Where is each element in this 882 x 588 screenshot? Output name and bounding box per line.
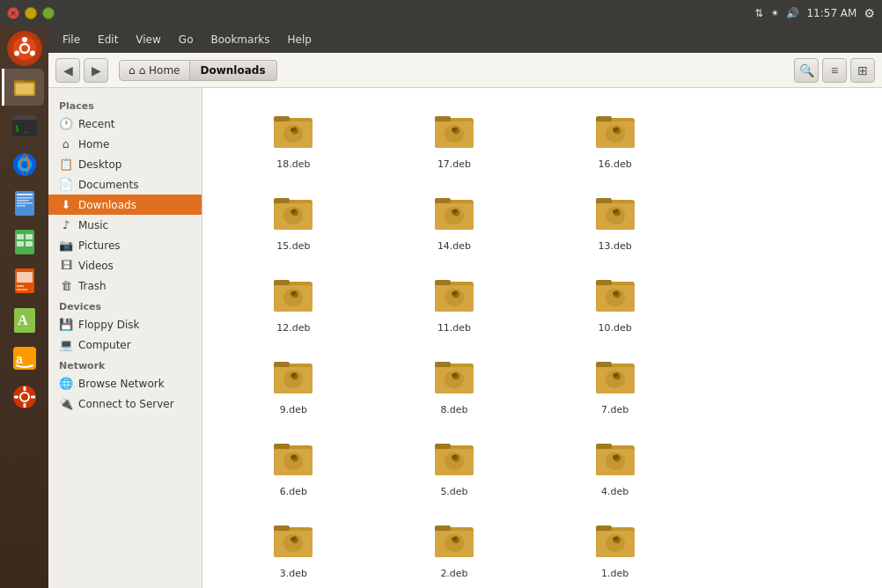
- places-section-header: Places: [48, 95, 202, 114]
- sidebar-item-pictures[interactable]: 📷 Pictures: [48, 235, 202, 255]
- dock-calc-button[interactable]: [6, 224, 43, 261]
- sidebar-item-videos[interactable]: 🎞 Videos: [48, 255, 202, 276]
- sidebar-item-home[interactable]: ⌂ Home: [48, 134, 202, 154]
- files-grid: 18.deb 17.deb: [217, 102, 692, 586]
- sidebar-item-music[interactable]: ♪ Music: [48, 215, 202, 235]
- desktop-icon: 📋: [59, 158, 73, 171]
- file-label: 9.deb: [280, 404, 307, 415]
- file-item-7deb[interactable]: 7.deb: [538, 348, 692, 423]
- sidebar-item-trash[interactable]: 🗑 Trash: [48, 276, 202, 296]
- file-item-4deb[interactable]: 4.deb: [538, 430, 692, 504]
- dock-fontviewer-button[interactable]: A: [6, 301, 43, 338]
- breadcrumb-home-label: ⌂ Home: [139, 64, 180, 77]
- svg-rect-23: [17, 234, 24, 239]
- window-close-button[interactable]: ×: [7, 7, 19, 19]
- breadcrumb-home-button[interactable]: ⌂ ⌂ Home: [119, 60, 190, 81]
- menu-file[interactable]: File: [55, 32, 87, 48]
- menu-edit[interactable]: Edit: [91, 32, 125, 48]
- svg-rect-20: [17, 202, 33, 204]
- file-item-13deb[interactable]: 13.deb: [538, 184, 692, 259]
- file-item-6deb[interactable]: 6.deb: [217, 430, 371, 504]
- dock-terminal-button[interactable]: $ _: [6, 107, 43, 144]
- menu-go[interactable]: Go: [172, 32, 201, 48]
- svg-rect-94: [596, 526, 612, 531]
- file-item-16deb[interactable]: 16.deb: [538, 102, 692, 177]
- sidebar-item-browse-network-label: Browse Network: [78, 378, 165, 390]
- file-label: 12.deb: [276, 322, 310, 334]
- grid-view-button[interactable]: ⊞: [850, 58, 875, 83]
- deb-file-icon: [431, 437, 477, 482]
- file-label: 4.deb: [601, 486, 628, 497]
- sidebar-item-floppy[interactable]: 💾 Floppy Disk: [48, 314, 202, 334]
- file-item-10deb[interactable]: 10.deb: [538, 266, 692, 341]
- deb-file-icon: [431, 355, 477, 401]
- amazon-icon: a: [11, 344, 39, 372]
- deb-file-icon: [431, 191, 477, 237]
- downloads-icon: ⬇: [59, 198, 73, 211]
- svg-rect-85: [596, 444, 612, 449]
- sidebar-item-documents[interactable]: 📄 Documents: [48, 174, 202, 195]
- calc-icon: [11, 228, 39, 256]
- list-view-button[interactable]: ≡: [822, 58, 847, 83]
- sidebar-item-desktop[interactable]: 📋 Desktop: [48, 154, 202, 174]
- firefox-icon: [11, 151, 39, 179]
- file-item-9deb[interactable]: 9.deb: [217, 348, 371, 423]
- dock-ubuntu-button[interactable]: [6, 30, 43, 67]
- file-item-17deb[interactable]: 17.deb: [378, 102, 532, 177]
- sidebar-item-recent[interactable]: 🕐 Recent: [48, 114, 202, 134]
- network-section-header: Network: [48, 355, 202, 373]
- svg-rect-37: [23, 386, 26, 391]
- computer-icon: 💻: [59, 338, 73, 351]
- window-maximize-button[interactable]: [42, 7, 55, 19]
- svg-rect-88: [274, 526, 290, 531]
- svg-rect-8: [16, 84, 33, 94]
- svg-rect-17: [17, 194, 33, 195]
- file-item-12deb[interactable]: 12.deb: [217, 266, 371, 341]
- deb-file-icon: [592, 518, 638, 564]
- sidebar-item-connect-server[interactable]: 🔌 Connect to Server: [48, 393, 202, 414]
- file-item-8deb[interactable]: 8.deb: [378, 348, 532, 423]
- sidebar-item-computer[interactable]: 💻 Computer: [48, 334, 202, 355]
- file-manager: File Edit View Go Bookmarks Help ◀ ▶ ⌂ ⌂…: [48, 26, 882, 588]
- svg-rect-70: [274, 362, 290, 367]
- dock-firefox-button[interactable]: [6, 146, 43, 183]
- files-area: 18.deb 17.deb: [202, 88, 882, 588]
- window-minimize-button[interactable]: [25, 7, 37, 19]
- deb-file-icon: [592, 109, 638, 155]
- file-item-3deb[interactable]: 3.deb: [217, 511, 371, 586]
- app-window: $ _: [0, 26, 882, 588]
- pictures-icon: 📷: [59, 239, 73, 252]
- breadcrumb: ⌂ ⌂ Home Downloads: [119, 60, 783, 81]
- deb-file-icon: [270, 355, 316, 401]
- dock-impress-button[interactable]: [6, 262, 43, 299]
- content-area: Places 🕐 Recent ⌂ Home 📋 Desktop 📄 Docum…: [48, 88, 882, 588]
- back-button[interactable]: ◀: [55, 58, 80, 83]
- deb-file-icon: [270, 191, 316, 237]
- file-item-14deb[interactable]: 14.deb: [378, 184, 532, 259]
- menu-bookmarks[interactable]: Bookmarks: [203, 32, 276, 48]
- sort-icon: ⇅: [754, 7, 763, 19]
- dock-files-button[interactable]: [2, 69, 44, 106]
- dock-writer-button[interactable]: [6, 185, 43, 222]
- sidebar-item-downloads[interactable]: ⬇ Downloads: [48, 195, 202, 215]
- forward-button[interactable]: ▶: [84, 58, 108, 83]
- menu-view[interactable]: View: [129, 32, 167, 48]
- search-button[interactable]: 🔍: [794, 58, 819, 83]
- file-item-2deb[interactable]: 2.deb: [378, 511, 532, 586]
- volume-icon: 🔊: [786, 7, 799, 19]
- svg-rect-61: [274, 280, 290, 285]
- file-item-18deb[interactable]: 18.deb: [217, 102, 371, 177]
- file-item-5deb[interactable]: 5.deb: [378, 430, 532, 504]
- file-item-15deb[interactable]: 15.deb: [217, 184, 371, 259]
- settings-gear-icon[interactable]: ⚙: [864, 6, 875, 20]
- file-item-1deb[interactable]: 1.deb: [538, 511, 692, 586]
- menu-help[interactable]: Help: [281, 32, 319, 48]
- dock-amazon-button[interactable]: a: [6, 340, 43, 377]
- sidebar-item-browse-network[interactable]: 🌐 Browse Network: [48, 373, 202, 393]
- svg-rect-46: [435, 116, 451, 121]
- file-item-11deb[interactable]: 11.deb: [378, 266, 532, 341]
- svg-text:a: a: [16, 352, 23, 366]
- dock-settings-button[interactable]: [6, 379, 43, 415]
- svg-rect-55: [435, 198, 451, 203]
- svg-rect-39: [14, 396, 18, 399]
